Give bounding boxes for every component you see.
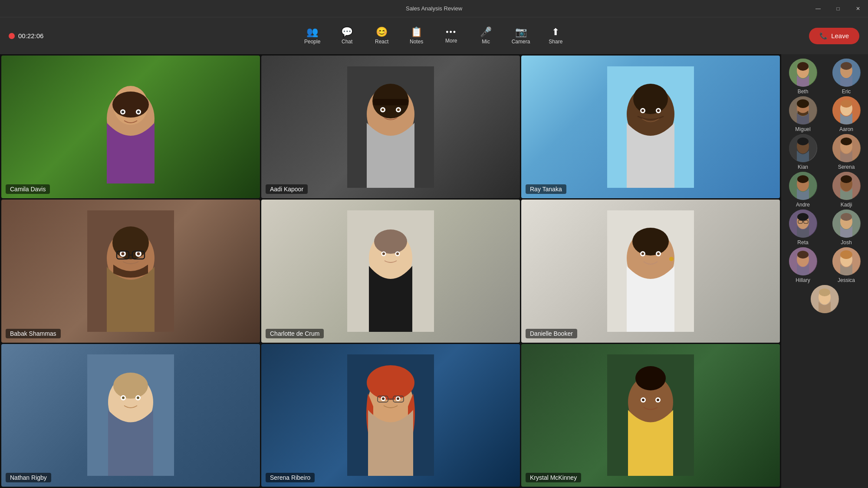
svg-point-49 bbox=[113, 373, 148, 399]
avatar-ray bbox=[521, 56, 780, 198]
avatar-aaron bbox=[832, 96, 861, 124]
avatar-beth bbox=[789, 59, 817, 87]
video-cell-danielle[interactable]: Danielle Booker bbox=[521, 200, 780, 342]
video-cell-charlotte[interactable]: Charlotte de Crum bbox=[261, 200, 520, 342]
sidebar-person-josh[interactable]: Josh bbox=[829, 210, 864, 246]
video-cell-krystal[interactable]: Krystal McKinney bbox=[521, 344, 780, 487]
sidebar-row-4: Reta Josh bbox=[781, 210, 868, 246]
svg-point-52 bbox=[122, 396, 125, 399]
minimize-button[interactable]: — bbox=[808, 0, 828, 17]
mic-icon: 🎤 bbox=[480, 27, 492, 37]
more-button[interactable]: ••• More bbox=[436, 26, 467, 46]
svg-point-86 bbox=[797, 138, 809, 145]
toolbar: 00:22:06 👥 People 💬 Chat 😊 React 📋 Notes… bbox=[0, 17, 868, 54]
timer-display: 00:22:06 bbox=[18, 32, 43, 39]
sidebar-row-2: Kian Serena bbox=[781, 134, 868, 170]
sidebar-row-0: Beth Eric bbox=[781, 59, 868, 95]
avatar-eric bbox=[832, 59, 861, 87]
sidebar-person-unknown[interactable] bbox=[807, 285, 842, 313]
svg-point-107 bbox=[797, 251, 809, 259]
svg-point-56 bbox=[367, 365, 414, 400]
window-controls: — □ ✕ bbox=[808, 0, 868, 17]
video-cell-ray[interactable]: Ray Tanaka bbox=[521, 56, 780, 198]
sidebar-person-andre[interactable]: Andre bbox=[786, 172, 820, 208]
react-button[interactable]: 😊 React bbox=[367, 25, 397, 47]
notes-label: Notes bbox=[410, 39, 423, 45]
avatar-hillary bbox=[789, 247, 817, 275]
camera-button[interactable]: 📷 Camera bbox=[506, 25, 536, 47]
sidebar-person-serena[interactable]: Serena bbox=[829, 134, 864, 170]
avatar-kadji bbox=[832, 172, 861, 200]
avatar-unknown bbox=[811, 285, 839, 313]
video-cell-camila[interactable]: Camila Davis bbox=[1, 56, 260, 198]
sidebar-person-aaron[interactable]: Aaron bbox=[829, 96, 864, 132]
avatar-miguel bbox=[789, 96, 817, 124]
video-cell-nathan[interactable]: Nathan Rigby bbox=[1, 344, 260, 487]
svg-point-110 bbox=[840, 250, 852, 259]
name-tag-camila: Camila Davis bbox=[6, 184, 50, 194]
sidebar-panel: Beth Eric bbox=[781, 54, 868, 488]
mic-button[interactable]: 🎤 Mic bbox=[471, 25, 501, 47]
svg-point-59 bbox=[382, 397, 385, 400]
sidebar-person-beth[interactable]: Beth bbox=[786, 59, 820, 95]
notes-button[interactable]: 📋 Notes bbox=[401, 25, 432, 47]
name-jessica: Jessica bbox=[838, 277, 855, 283]
camera-icon: 📷 bbox=[515, 27, 527, 37]
video-cell-serena[interactable]: Serena Ribeiro bbox=[261, 344, 520, 487]
react-icon: 😊 bbox=[376, 27, 388, 37]
sidebar-person-hillary[interactable]: Hillary bbox=[786, 247, 820, 283]
sidebar-row-1: Miguel Aaron bbox=[781, 96, 868, 132]
svg-point-44 bbox=[641, 252, 644, 255]
avatar-danielle bbox=[521, 200, 780, 342]
share-label: Share bbox=[549, 39, 562, 45]
video-cell-aadi[interactable]: Aadi Kapoor bbox=[261, 56, 520, 198]
svg-point-66 bbox=[635, 366, 666, 390]
people-button[interactable]: 👥 People bbox=[297, 25, 328, 47]
chat-button[interactable]: 💬 Chat bbox=[332, 25, 362, 47]
leave-button[interactable]: 📞 Leave bbox=[809, 28, 859, 44]
sidebar-person-jessica[interactable]: Jessica bbox=[829, 247, 864, 283]
video-cell-babak[interactable]: Babak Shammas bbox=[1, 200, 260, 342]
svg-point-45 bbox=[657, 252, 660, 255]
avatar-nathan bbox=[1, 344, 260, 487]
sidebar-row-3: Andre Kadji bbox=[781, 172, 868, 208]
svg-point-60 bbox=[397, 397, 399, 400]
name-tag-krystal: Krystal McKinney bbox=[526, 473, 581, 482]
svg-point-98 bbox=[797, 213, 809, 221]
svg-point-46 bbox=[669, 257, 674, 261]
maximize-button[interactable]: □ bbox=[828, 0, 848, 17]
react-label: React bbox=[375, 39, 388, 45]
chat-label: Chat bbox=[342, 39, 352, 45]
sidebar-person-miguel[interactable]: Miguel bbox=[786, 96, 820, 132]
title-bar: Sales Analysis Review — □ ✕ bbox=[0, 0, 868, 17]
window-title: Sales Analysis Review bbox=[406, 5, 462, 12]
close-button[interactable]: ✕ bbox=[848, 0, 868, 17]
svg-point-28 bbox=[137, 252, 140, 255]
name-tag-aadi: Aadi Kapoor bbox=[266, 184, 308, 194]
timer-area: 00:22:06 bbox=[9, 32, 43, 39]
name-aaron: Aaron bbox=[839, 126, 853, 132]
svg-point-89 bbox=[841, 138, 852, 145]
more-label: More bbox=[445, 38, 457, 44]
svg-point-92 bbox=[797, 175, 809, 183]
sidebar-person-reta[interactable]: Reta bbox=[786, 210, 820, 246]
name-kadji: Kadji bbox=[841, 202, 852, 208]
svg-point-2 bbox=[112, 92, 149, 118]
svg-point-6 bbox=[137, 111, 140, 113]
sidebar-person-eric[interactable]: Eric bbox=[829, 59, 864, 95]
svg-point-13 bbox=[397, 108, 400, 111]
name-tag-charlotte: Charlotte de Crum bbox=[266, 329, 324, 338]
name-tag-danielle: Danielle Booker bbox=[526, 329, 577, 338]
svg-point-21 bbox=[657, 109, 660, 112]
sidebar-person-kadji[interactable]: Kadji bbox=[829, 172, 864, 208]
sidebar-person-kian[interactable]: Kian bbox=[786, 134, 820, 170]
svg-point-38 bbox=[396, 252, 399, 255]
main-content: Camila Davis Aadi Kapoor bbox=[0, 54, 868, 488]
share-button[interactable]: ⬆ Share bbox=[540, 25, 571, 47]
name-tag-ray: Ray Tanaka bbox=[526, 184, 566, 194]
svg-point-12 bbox=[381, 108, 384, 111]
name-beth: Beth bbox=[798, 88, 809, 95]
avatar-kian bbox=[789, 134, 817, 162]
recording-indicator bbox=[9, 33, 15, 39]
svg-point-74 bbox=[797, 62, 809, 71]
